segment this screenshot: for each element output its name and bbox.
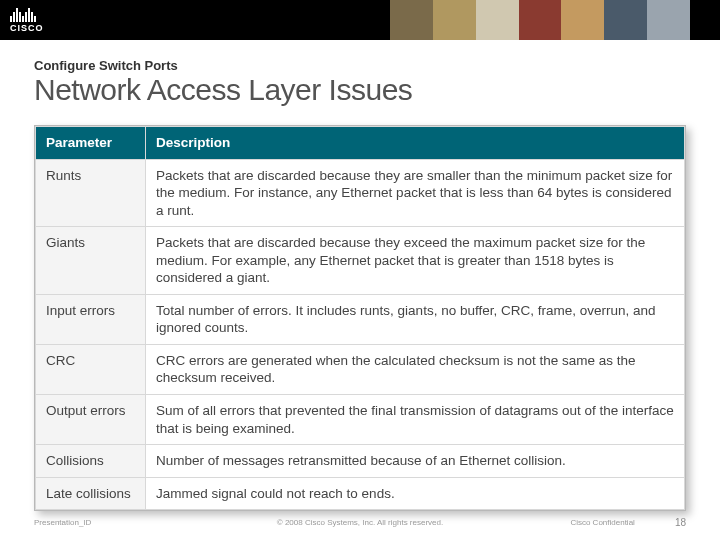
cell-desc: CRC errors are generated when the calcul…	[146, 344, 685, 394]
table-row: Late collisions Jammed signal could not …	[36, 477, 685, 510]
table-header-row: Parameter Description	[36, 127, 685, 160]
slide-content: Configure Switch Ports Network Access La…	[0, 40, 720, 511]
footer-copyright: © 2008 Cisco Systems, Inc. All rights re…	[277, 518, 443, 527]
table-row: CRC CRC errors are generated when the ca…	[36, 344, 685, 394]
logo-text: CISCO	[10, 23, 44, 33]
header-photo-collage	[390, 0, 690, 40]
cell-desc: Packets that are discarded because they …	[146, 227, 685, 295]
cell-desc: Number of messages retransmitted because…	[146, 445, 685, 478]
top-bar: CISCO	[0, 0, 720, 40]
table-row: Input errors Total number of errors. It …	[36, 294, 685, 344]
table-row: Giants Packets that are discarded becaus…	[36, 227, 685, 295]
parameters-table-wrap: Parameter Description Runts Packets that…	[34, 125, 686, 511]
cell-param: Input errors	[36, 294, 146, 344]
page-number: 18	[675, 517, 686, 528]
logo-bars-icon	[10, 8, 44, 22]
cell-desc: Packets that are discarded because they …	[146, 159, 685, 227]
col-parameter: Parameter	[36, 127, 146, 160]
footer-left: Presentation_ID	[34, 518, 91, 527]
cell-param: Giants	[36, 227, 146, 295]
table-row: Runts Packets that are discarded because…	[36, 159, 685, 227]
footer-confidential: Cisco Confidential	[570, 518, 634, 527]
parameters-table: Parameter Description Runts Packets that…	[35, 126, 685, 510]
col-description: Description	[146, 127, 685, 160]
slide-title: Network Access Layer Issues	[34, 73, 686, 107]
cell-desc: Total number of errors. It includes runt…	[146, 294, 685, 344]
cell-param: Output errors	[36, 395, 146, 445]
slide-footer: Presentation_ID © 2008 Cisco Systems, In…	[0, 517, 720, 528]
table-row: Collisions Number of messages retransmit…	[36, 445, 685, 478]
table-row: Output errors Sum of all errors that pre…	[36, 395, 685, 445]
cell-desc: Sum of all errors that prevented the fin…	[146, 395, 685, 445]
slide-pretitle: Configure Switch Ports	[34, 58, 686, 73]
cell-param: CRC	[36, 344, 146, 394]
cell-param: Collisions	[36, 445, 146, 478]
cell-param: Runts	[36, 159, 146, 227]
cisco-logo: CISCO	[10, 8, 44, 33]
cell-desc: Jammed signal could not reach to ends.	[146, 477, 685, 510]
cell-param: Late collisions	[36, 477, 146, 510]
